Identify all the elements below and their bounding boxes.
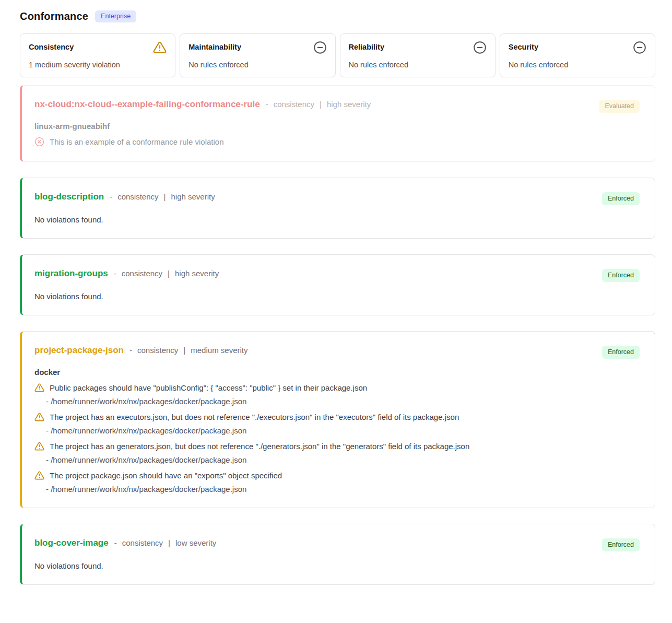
page-title: Conformance bbox=[20, 10, 88, 22]
violation-path: - /home/runner/work/nx/nx/packages/docke… bbox=[46, 455, 640, 464]
violation-message: The project package.json should have an … bbox=[50, 470, 640, 481]
conformance-page: Conformance Enterprise Consistency 1 med… bbox=[20, 0, 655, 604]
rule-title-row: nx-cloud:nx-cloud--example-failing-confo… bbox=[34, 99, 371, 110]
minus-circle-icon bbox=[633, 41, 646, 54]
summary-card-top: Consistency bbox=[29, 41, 167, 54]
meta-pipe-separator: | bbox=[168, 538, 170, 547]
rule-card: blog-cover-image - consistency | low sev… bbox=[20, 524, 655, 585]
summary-card: Maintainability No rules enforced bbox=[180, 33, 335, 77]
warning-triangle-icon bbox=[34, 412, 44, 422]
violation-path: - /home/runner/work/nx/nx/packages/docke… bbox=[46, 397, 640, 406]
violation-row: The project package.json should have an … bbox=[34, 470, 640, 493]
rule-severity: high severity bbox=[175, 269, 219, 278]
meta-pipe-separator: | bbox=[164, 192, 166, 201]
rule-header: project-package-json - consistency | med… bbox=[34, 345, 640, 359]
violations-list: This is an example of a conformance rule… bbox=[34, 136, 640, 147]
status-badge: Enforced bbox=[602, 346, 640, 359]
status-badge: Evaluated bbox=[599, 100, 640, 113]
no-violations-text: No violations found. bbox=[34, 561, 640, 570]
summary-card-title: Consistency bbox=[29, 41, 74, 51]
rule-name-link[interactable]: migration-groups bbox=[34, 268, 108, 279]
minus-circle-icon bbox=[473, 41, 487, 54]
rule-severity: high severity bbox=[171, 192, 215, 201]
summary-card-top: Maintainability bbox=[188, 41, 326, 54]
warning-triangle-icon bbox=[34, 441, 44, 451]
meta-dash-separator: - bbox=[129, 346, 132, 355]
project-name: linux-arm-gnueabihf bbox=[34, 122, 640, 131]
violation-path: - /home/runner/work/nx/nx/packages/docke… bbox=[46, 426, 640, 435]
meta-dash-separator: - bbox=[110, 192, 112, 201]
rule-meta: - consistency | low severity bbox=[114, 538, 217, 547]
rule-severity: high severity bbox=[327, 100, 371, 109]
rule-severity: low severity bbox=[175, 538, 216, 547]
summary-card-status: No rules enforced bbox=[349, 61, 487, 69]
summary-card-status: 1 medium severity violation bbox=[29, 61, 167, 69]
violation-message: The project has an generators.json, but … bbox=[50, 441, 640, 452]
rule-category: consistency bbox=[122, 538, 163, 547]
rule-name-link[interactable]: project-package-json bbox=[34, 345, 124, 356]
violation-path: - /home/runner/work/nx/nx/packages/docke… bbox=[46, 485, 640, 493]
rule-title-row: migration-groups - consistency | high se… bbox=[34, 268, 219, 279]
violation-row: The project has an generators.json, but … bbox=[34, 441, 640, 464]
meta-pipe-separator: | bbox=[320, 100, 322, 109]
no-violations-text: No violations found. bbox=[34, 215, 640, 224]
warning-triangle-icon bbox=[34, 471, 44, 480]
enterprise-plan-badge: Enterprise bbox=[95, 10, 136, 22]
no-violations-text: No violations found. bbox=[34, 292, 640, 301]
summary-card: Security No rules enforced bbox=[500, 33, 655, 77]
summary-card: Consistency 1 medium severity violation bbox=[20, 33, 175, 77]
rule-card: project-package-json - consistency | med… bbox=[20, 331, 655, 508]
violation-message: Public packages should have "publishConf… bbox=[50, 382, 640, 393]
summary-card-top: Reliability bbox=[349, 41, 487, 54]
summary-card-title: Reliability bbox=[349, 41, 385, 51]
page-header: Conformance Enterprise bbox=[20, 10, 655, 22]
x-circle-icon bbox=[34, 137, 44, 147]
rule-category: consistency bbox=[137, 346, 178, 355]
rule-title-row: blog-description - consistency | high se… bbox=[34, 192, 215, 202]
violation-row: Public packages should have "publishConf… bbox=[34, 382, 640, 406]
violation-row: The project has an executors.json, but d… bbox=[34, 412, 640, 435]
meta-dash-separator: - bbox=[114, 269, 116, 278]
rule-header: blog-description - consistency | high se… bbox=[34, 192, 640, 205]
rule-card: blog-description - consistency | high se… bbox=[20, 178, 655, 239]
rule-name-link[interactable]: blog-cover-image bbox=[34, 538, 109, 548]
summary-card-top: Security bbox=[509, 41, 646, 54]
rule-category: consistency bbox=[117, 192, 158, 201]
rule-card: migration-groups - consistency | high se… bbox=[20, 254, 655, 315]
rule-meta: - consistency | high severity bbox=[110, 192, 215, 201]
rule-title-row: blog-cover-image - consistency | low sev… bbox=[34, 538, 216, 548]
meta-pipe-separator: | bbox=[183, 346, 185, 355]
rule-header: blog-cover-image - consistency | low sev… bbox=[34, 538, 640, 551]
meta-pipe-separator: | bbox=[168, 269, 170, 278]
rule-severity: medium severity bbox=[191, 346, 247, 355]
violations-list: Public packages should have "publishConf… bbox=[34, 382, 640, 493]
rule-title-row: project-package-json - consistency | med… bbox=[34, 345, 247, 356]
meta-dash-separator: - bbox=[114, 538, 117, 547]
violation-message: This is an example of a conformance rule… bbox=[50, 136, 640, 147]
rule-category: consistency bbox=[122, 269, 162, 278]
warning-triangle-icon bbox=[153, 41, 167, 54]
rule-meta: - consistency | high severity bbox=[114, 269, 219, 278]
minus-circle-icon bbox=[313, 41, 327, 54]
rule-card: nx-cloud:nx-cloud--example-failing-confo… bbox=[20, 85, 655, 162]
meta-dash-separator: - bbox=[266, 100, 268, 109]
rule-header: migration-groups - consistency | high se… bbox=[34, 268, 640, 282]
rule-meta: - consistency | high severity bbox=[266, 100, 371, 109]
summary-card-title: Security bbox=[509, 41, 538, 51]
rule-meta: - consistency | medium severity bbox=[129, 346, 247, 355]
rule-name-link[interactable]: blog-description bbox=[34, 192, 104, 202]
warning-triangle-icon bbox=[34, 383, 44, 393]
status-badge: Enforced bbox=[602, 269, 640, 282]
summary-row: Consistency 1 medium severity violation … bbox=[20, 33, 655, 77]
rule-header: nx-cloud:nx-cloud--example-failing-confo… bbox=[34, 99, 640, 113]
violation-row: This is an example of a conformance rule… bbox=[34, 136, 640, 147]
violation-message: The project has an executors.json, but d… bbox=[50, 412, 640, 422]
summary-card-title: Maintainability bbox=[188, 41, 241, 51]
project-name: docker bbox=[34, 368, 640, 377]
summary-card-status: No rules enforced bbox=[509, 61, 646, 69]
rule-category: consistency bbox=[274, 100, 314, 109]
rules-list: nx-cloud:nx-cloud--example-failing-confo… bbox=[20, 85, 655, 585]
rule-name-link[interactable]: nx-cloud:nx-cloud--example-failing-confo… bbox=[34, 99, 260, 110]
summary-card-status: No rules enforced bbox=[188, 61, 326, 69]
status-badge: Enforced bbox=[602, 192, 640, 205]
